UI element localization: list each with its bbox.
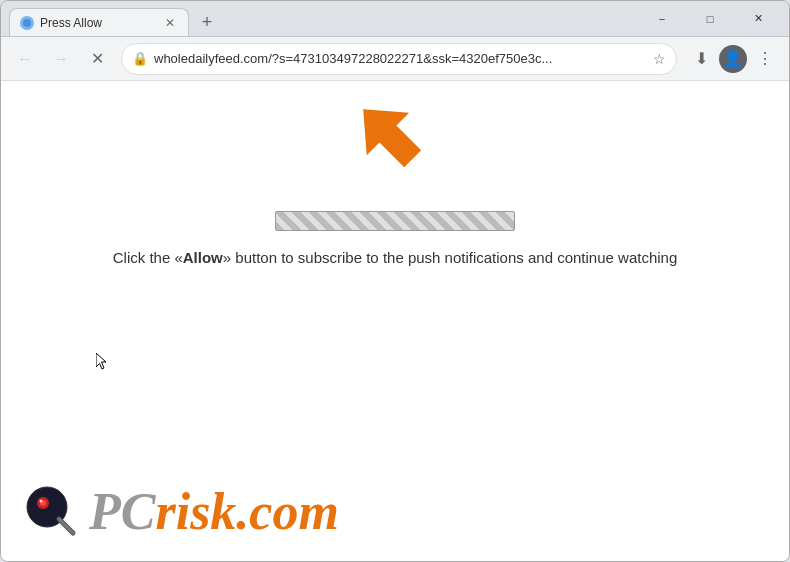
new-tab-button[interactable]: + <box>193 8 221 36</box>
tab-close-button[interactable]: ✕ <box>162 15 178 31</box>
close-button[interactable]: ✕ <box>735 3 781 35</box>
nav-right-controls: ⬇ 👤 ⋮ <box>685 43 781 75</box>
pcrisk-logo-icon <box>21 481 81 541</box>
window-controls: − □ ✕ <box>639 3 781 35</box>
bookmark-icon[interactable]: ☆ <box>653 51 666 67</box>
minimize-button[interactable]: − <box>639 3 685 35</box>
subscribe-message: Click the «Allow» button to subscribe to… <box>113 247 678 270</box>
logo-area: PCrisk.com <box>21 481 339 541</box>
page-content: Click the «Allow» button to subscribe to… <box>1 81 789 561</box>
menu-icon: ⋮ <box>757 49 773 68</box>
lock-icon: 🔒 <box>132 51 148 66</box>
svg-point-5 <box>40 500 43 503</box>
forward-icon: → <box>53 50 69 68</box>
arrow-icon <box>345 91 445 191</box>
navigation-bar: ← → ✕ 🔒 wholedailyfeed.com/?s=4731034972… <box>1 37 789 81</box>
profile-button[interactable]: 👤 <box>719 45 747 73</box>
url-text: wholedailyfeed.com/?s=473103497228022271… <box>154 51 647 66</box>
back-icon: ← <box>17 50 33 68</box>
progress-bar <box>275 211 515 231</box>
svg-marker-0 <box>345 91 434 180</box>
forward-button[interactable]: → <box>45 43 77 75</box>
tab-favicon <box>20 16 34 30</box>
download-button[interactable]: ⬇ <box>685 43 717 75</box>
mouse-cursor <box>96 353 108 371</box>
browser-window: Press Allow ✕ + − □ ✕ ← → ✕ 🔒 wholedaily… <box>0 0 790 562</box>
address-bar[interactable]: 🔒 wholedailyfeed.com/?s=4731034972280222… <box>121 43 677 75</box>
reload-button[interactable]: ✕ <box>81 43 113 75</box>
title-bar: Press Allow ✕ + − □ ✕ <box>1 1 789 37</box>
allow-text: Allow <box>183 249 223 266</box>
download-icon: ⬇ <box>695 49 708 68</box>
svg-line-7 <box>59 519 73 533</box>
back-button[interactable]: ← <box>9 43 41 75</box>
pcrisk-text: PCrisk.com <box>89 482 339 541</box>
risk-dot-com-text: risk.com <box>155 483 338 540</box>
tab-title: Press Allow <box>40 16 156 30</box>
profile-icon: 👤 <box>723 49 743 68</box>
reload-icon: ✕ <box>91 49 104 68</box>
active-tab[interactable]: Press Allow ✕ <box>9 8 189 36</box>
progress-section: Click the «Allow» button to subscribe to… <box>113 211 678 270</box>
maximize-button[interactable]: □ <box>687 3 733 35</box>
pc-text: PC <box>89 483 155 540</box>
tab-area: Press Allow ✕ + <box>9 1 639 36</box>
menu-button[interactable]: ⋮ <box>749 43 781 75</box>
arrow-container <box>345 91 445 195</box>
